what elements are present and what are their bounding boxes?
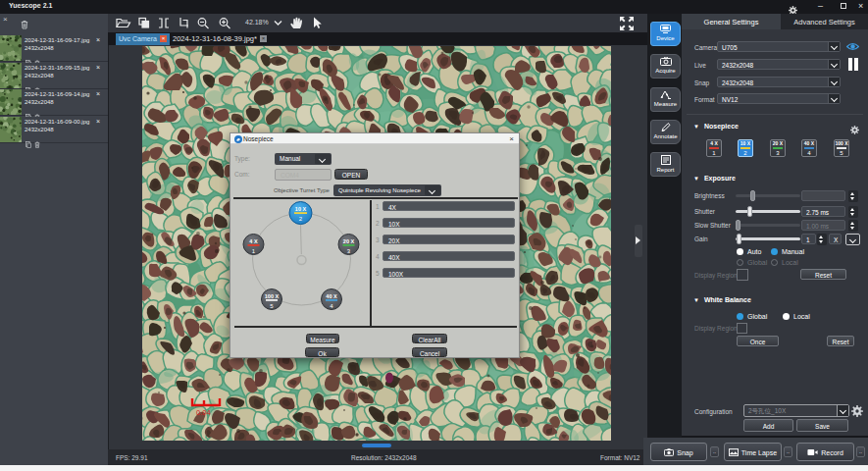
svg-text:40 X: 40 X bbox=[326, 293, 337, 299]
svg-text:0.04: 0.04 bbox=[196, 408, 211, 417]
svg-text:4 X: 4 X bbox=[249, 238, 258, 244]
svg-text:100 X: 100 X bbox=[265, 293, 280, 299]
svg-text:20 X: 20 X bbox=[343, 238, 355, 244]
svg-text:10 X: 10 X bbox=[295, 206, 307, 212]
